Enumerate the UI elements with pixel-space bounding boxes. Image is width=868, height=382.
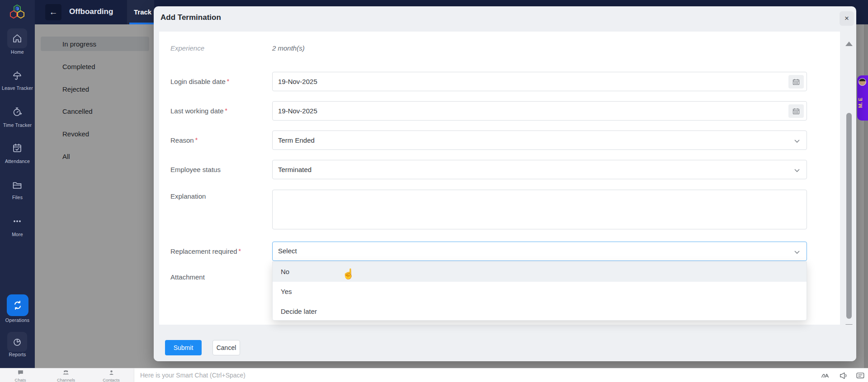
reason-value: Term Ended [278,136,315,144]
comment-icon[interactable] [856,372,865,380]
dropdown-option-decide-later[interactable]: Decide later [273,302,807,321]
reason-label-text: Reason [170,136,194,144]
contacts-label: Contacts [95,377,127,382]
files-icon[interactable] [12,180,23,191]
modal-footer: Submit Cancel [154,325,856,361]
required-marker: * [195,136,198,144]
modal-scrollbar-thumb[interactable] [846,113,852,319]
zoho-one-logo[interactable] [8,3,27,22]
submit-button[interactable]: Submit [165,340,202,355]
sidebar-item-time-tracker[interactable]: Time Tracker [0,122,35,128]
sidebar-item-reports[interactable]: Reports [0,352,35,357]
explanation-textarea[interactable] [272,190,807,229]
last-working-date-value: 19-Nov-2025 [278,107,317,115]
time-tracker-icon[interactable] [12,107,23,117]
app-window: ← Offboarding Track Home Leave Tracker [0,0,868,382]
reports-icon[interactable] [12,336,23,347]
last-working-date-field[interactable]: 19-Nov-2025 [272,101,807,121]
contacts-icon [108,370,114,376]
close-icon[interactable]: × [840,11,854,26]
login-disable-date-value: 19-Nov-2025 [278,78,317,85]
last-working-date-label-text: Last working date [170,107,224,115]
side-tab-label: M. E [858,89,867,117]
employee-status-label: Employee status [170,166,221,173]
home-icon[interactable] [12,33,23,44]
mouse-cursor-hand: ☝ [342,268,354,280]
channels-item[interactable]: Channels [50,369,82,382]
employee-status-value: Terminated [278,166,311,173]
app-sidebar: Home Leave Tracker Time Tracker Attendan… [0,0,35,368]
leave-tracker-icon[interactable] [12,70,23,81]
attendance-icon[interactable] [12,143,23,154]
sidebar-item-attendance[interactable]: Attendance [0,158,35,164]
channels-icon [62,370,70,376]
chats-icon [17,370,24,376]
dropdown-option-yes[interactable]: Yes [273,282,807,302]
required-marker: * [227,78,229,85]
smart-chat-input[interactable] [139,370,682,381]
required-marker: * [225,107,227,114]
login-disable-date-field[interactable]: 19-Nov-2025 [272,72,807,91]
sidebar-item-leave-tracker[interactable]: Leave Tracker [0,85,35,91]
operations-sync-icon [12,299,24,311]
modal-title: Add Termination [160,13,221,22]
channels-label: Channels [50,377,82,382]
chats-label: Chats [5,377,36,382]
required-marker: * [239,247,241,255]
back-button[interactable]: ← [45,4,61,20]
chevron-down-icon [794,138,800,144]
zia-icon[interactable] [821,372,830,380]
sidebar-item-more[interactable]: More [0,232,35,237]
experience-value: 2 month(s) [272,44,305,52]
cancel-button[interactable]: Cancel [212,340,240,355]
sidebar-item-files[interactable]: Files [0,195,35,200]
calendar-icon[interactable] [788,104,804,118]
reason-label: Reason* [170,136,198,144]
assistant-side-tab[interactable]: M. E [857,75,868,121]
explanation-label: Explanation [170,192,206,200]
smart-chat-bar: Chats Channels Contacts [0,368,868,382]
reason-select[interactable]: Term Ended [272,130,807,150]
more-icon[interactable] [12,216,23,227]
login-disable-date-label: Login disable date* [170,78,229,85]
calendar-icon[interactable] [788,75,804,89]
sidebar-item-operations-active[interactable] [7,294,28,316]
chat-shortcuts: Chats Channels Contacts [0,368,134,382]
employee-status-select[interactable]: Terminated [272,160,807,179]
sidebar-item-home[interactable]: Home [0,49,35,55]
tab-track[interactable]: Track [134,8,155,16]
attachment-label: Attachment [170,273,205,281]
chevron-down-icon [794,168,800,173]
replacement-required-label-text: Replacement required [170,247,237,255]
announcement-icon[interactable] [839,372,848,380]
replacement-required-select[interactable]: Select [272,242,807,261]
last-working-date-label: Last working date* [170,107,227,115]
contacts-item[interactable]: Contacts [95,369,127,382]
experience-label: Experience [170,44,204,52]
avatar [859,78,866,86]
scroll-up-icon[interactable] [845,42,853,46]
add-termination-modal: Add Termination × Experience 2 month(s) … [154,6,856,361]
chats-item[interactable]: Chats [5,369,36,382]
replacement-required-value: Select [278,247,297,255]
chevron-down-icon [794,249,800,255]
page-title: Offboarding [69,7,113,16]
replacement-required-label: Replacement required* [170,247,241,255]
login-disable-date-label-text: Login disable date [170,78,226,85]
sidebar-item-operations[interactable]: Operations [0,317,35,323]
